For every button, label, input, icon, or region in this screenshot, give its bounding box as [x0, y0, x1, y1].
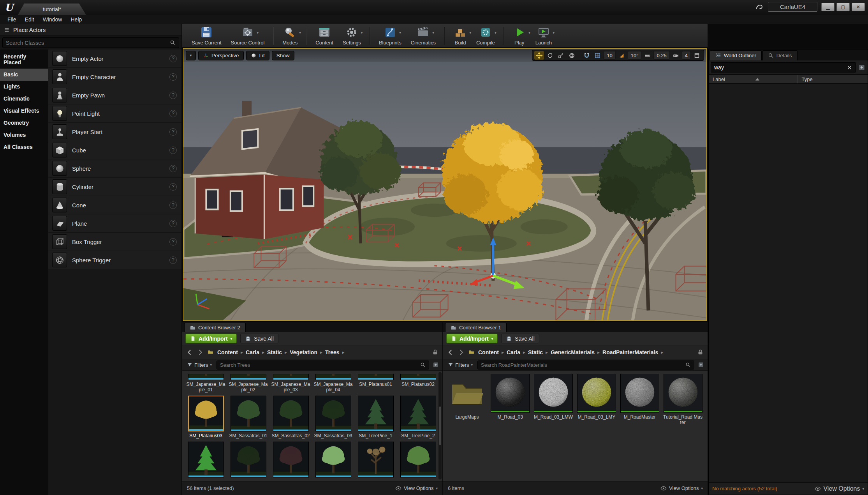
asset-thumb-5[interactable] — [356, 442, 395, 477]
grid-snap-toggle[interactable] — [593, 51, 602, 60]
category-all-classes[interactable]: All Classes — [0, 141, 48, 153]
save-all-button[interactable]: Save All — [240, 334, 278, 343]
lock-icon[interactable] — [697, 349, 704, 355]
place-actor-sphere-trigger[interactable]: Sphere Trigger? — [48, 251, 181, 269]
cb1-crumb-roadpaintermaterials[interactable]: RoadPainterMaterials — [602, 349, 658, 355]
view-options-button[interactable]: View Options ▾ — [815, 485, 864, 492]
scrollbar[interactable] — [438, 372, 442, 479]
type-column-header[interactable]: Type — [797, 75, 868, 83]
close-button[interactable]: ✕ — [852, 3, 865, 11]
filters-button[interactable]: Filters ▾ — [185, 362, 213, 368]
asset-sm-sassafras-02[interactable]: SM_Sassafras_02 — [271, 396, 310, 438]
move-tool-button[interactable] — [534, 51, 544, 60]
scale-snap-value[interactable]: 0.25 — [653, 51, 669, 60]
asset-sm-platanus03[interactable]: SM_Platanus03 — [186, 396, 225, 438]
asset-sm-treepine-2[interactable]: SM_TreePine_2 — [398, 396, 438, 438]
asset-sm-sassafras-03[interactable]: SM_Sassafras_03 — [313, 396, 353, 438]
asset-sm-japanese-maple-03[interactable]: SM_Japanese_Maple_03 — [271, 374, 310, 392]
menu-window[interactable]: Window — [39, 16, 67, 23]
level-tab[interactable]: tutorial* — [18, 4, 86, 15]
rotation-snap-value[interactable]: 10° — [628, 51, 642, 60]
asset-sm-treepine-1[interactable]: SM_TreePine_1 — [356, 396, 395, 438]
lock-icon[interactable] — [432, 349, 438, 355]
asset-search-box[interactable] — [477, 361, 694, 369]
cb1-crumb-genericmaterials[interactable]: GenericMaterials — [551, 349, 595, 355]
outliner-list[interactable] — [709, 84, 868, 482]
place-actor-empty-pawn[interactable]: Empty Pawn? — [48, 86, 181, 104]
asset-m-roadmaster[interactable]: M_RoadMaster — [620, 374, 660, 425]
cb2-crumb-trees[interactable]: Trees — [325, 349, 340, 355]
toolbar-blueprints[interactable]: ▾Blueprints — [375, 25, 405, 47]
toolbar-cinematics[interactable]: ▾Cinematics — [407, 25, 440, 47]
cb2-crumb-static[interactable]: Static — [267, 349, 282, 355]
scale-tool-button[interactable] — [556, 51, 566, 60]
asset-sm-platanus01[interactable]: SM_Platanus01 — [356, 374, 395, 392]
asset-search-box[interactable] — [217, 361, 429, 369]
cb1-crumb-static[interactable]: Static — [528, 349, 543, 355]
asset-thumb-4[interactable] — [313, 442, 353, 477]
place-actor-cone[interactable]: Cone? — [48, 196, 181, 214]
toolbar-build[interactable]: ▾Build — [450, 25, 471, 47]
category-visual-effects[interactable]: Visual Effects — [0, 105, 48, 117]
show-flags-button[interactable]: Show — [272, 51, 294, 60]
toolbar-save-current[interactable]: Save Current — [188, 25, 225, 47]
filters-button[interactable]: Filters ▾ — [446, 362, 474, 368]
toolbar-compile[interactable]: ▾Compile — [472, 25, 499, 47]
asset-sm-japanese-maple-04[interactable]: SM_Japanese_Maple_04 — [313, 374, 353, 392]
asset-largemaps[interactable]: LargeMaps — [447, 374, 487, 425]
forward-button[interactable] — [458, 349, 465, 356]
save-search-icon[interactable] — [432, 361, 439, 368]
cb2-crumb-vegetation[interactable]: Vegetation — [290, 349, 317, 355]
toolbar-launch[interactable]: ▾Launch — [532, 25, 556, 47]
scale-snap-toggle[interactable] — [643, 51, 652, 60]
place-actor-cylinder[interactable]: Cylinder? — [48, 178, 181, 196]
details-tab[interactable]: Details — [762, 50, 798, 60]
label-column-header[interactable]: Label — [709, 75, 797, 83]
maximize-viewport-button[interactable] — [692, 51, 702, 60]
maximize-button[interactable]: ▢ — [836, 3, 850, 11]
surface-snap-toggle[interactable] — [582, 51, 592, 60]
toolbar-content[interactable]: Content — [312, 25, 337, 47]
save-search-icon[interactable] — [697, 361, 704, 368]
place-actors-header[interactable]: Place Actors — [0, 24, 181, 36]
category-basic[interactable]: Basic — [0, 69, 48, 81]
rotate-tool-button[interactable] — [545, 51, 555, 60]
asset-m-road-03-lmw[interactable]: M_Road_03_LMW — [533, 374, 574, 425]
category-lights[interactable]: Lights — [0, 81, 48, 93]
asset-thumb-6[interactable] — [398, 442, 438, 477]
back-button[interactable] — [186, 349, 193, 356]
place-actor-sphere[interactable]: Sphere? — [48, 159, 181, 178]
menu-file[interactable]: File — [3, 16, 21, 23]
viewport[interactable]: ▾ Perspective Lit Show — [183, 48, 707, 321]
asset-sm-sassafras-01[interactable]: SM_Sassafras_01 — [229, 396, 268, 438]
asset-thumb-2[interactable] — [229, 442, 268, 477]
place-actor-point-light[interactable]: Point Light? — [48, 104, 181, 123]
category-geometry[interactable]: Geometry — [0, 117, 48, 129]
category-volumes[interactable]: Volumes — [0, 129, 48, 141]
grid-snap-value[interactable]: 10 — [604, 51, 615, 60]
camera-speed-button[interactable] — [671, 51, 681, 60]
asset-tutorial-road-master[interactable]: Tutorial_Road Master — [663, 374, 703, 425]
search-trees-input[interactable] — [220, 362, 418, 368]
asset-grid-area[interactable]: SM_Japanese_Maple_01SM_Japanese_Maple_02… — [182, 371, 442, 481]
toolbar-settings[interactable]: ▾Settings — [339, 25, 365, 47]
place-actor-player-start[interactable]: Player Start? — [48, 123, 181, 141]
place-actor-box-trigger[interactable]: Box Trigger? — [48, 233, 181, 251]
search-roadpaintermaterials-input[interactable] — [481, 362, 683, 368]
view-options-button[interactable]: View Options ▾ — [660, 485, 703, 491]
add-import-button[interactable]: Add/Import ▾ — [185, 334, 237, 343]
cb1-crumb-content[interactable]: Content — [478, 349, 499, 355]
menu-help[interactable]: Help — [66, 16, 86, 23]
cb2-crumb-carla[interactable]: Carla — [246, 349, 259, 355]
content-browser-1-tab[interactable]: Content Browser 1 — [445, 323, 507, 332]
cb2-crumb-content[interactable]: Content — [217, 349, 238, 355]
lit-mode-button[interactable]: Lit — [246, 51, 269, 60]
cb1-crumb-carla[interactable]: Carla — [507, 349, 520, 355]
world-outliner-tab[interactable]: World Outliner — [710, 50, 762, 60]
search-classes-input[interactable] — [6, 40, 167, 46]
title-bar[interactable]: U tutorial* CarlaUE4 ▁ ▢ ✕ — [0, 0, 868, 15]
viewport-options-button[interactable]: ▾ — [186, 51, 196, 60]
save-all-button[interactable]: Save All — [501, 334, 539, 343]
rotation-snap-toggle[interactable] — [617, 51, 627, 60]
toolbar-play[interactable]: ▾Play — [509, 25, 530, 47]
